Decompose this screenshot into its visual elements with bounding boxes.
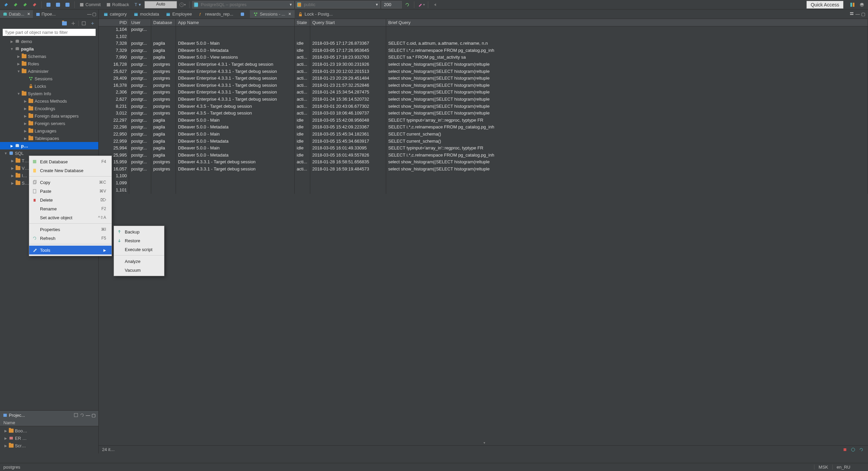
connect2-icon[interactable] — [21, 1, 29, 9]
table-row[interactable]: 1,104postgr... — [99, 26, 868, 34]
editor-tab[interactable]: frewards_rep... — [195, 10, 237, 18]
menu-refresh[interactable]: Refresh F5 — [29, 234, 112, 243]
rows-limit-input[interactable] — [381, 1, 402, 8]
refresh-projects-icon[interactable] — [80, 413, 84, 418]
table-row[interactable]: 25,994postgr...pagilaDBeaver 5.0.0 - Mai… — [99, 145, 868, 152]
project-er[interactable]: ▶ER … — [0, 434, 98, 442]
sql-editor-icon[interactable] — [44, 1, 53, 9]
schema-combo[interactable]: public ▼ — [295, 1, 380, 8]
col-user[interactable]: User — [129, 19, 151, 26]
table-row[interactable]: 3,012postgr...postgresDBeaver 4.3.5 - Ta… — [99, 110, 868, 117]
menu-create-database[interactable]: Create New Database — [29, 166, 112, 175]
tree-item-pagila[interactable]: ▼pagila — [0, 45, 98, 53]
minimize2-icon[interactable]: — — [86, 413, 90, 418]
submenu-backup[interactable]: Backup — [114, 227, 164, 236]
table-row[interactable]: 16,728postgr...postgresDBeaver Enterpris… — [99, 61, 868, 68]
tree-item-sessions[interactable]: Sessions — [0, 75, 98, 82]
table-row[interactable]: 22,298postgr...pagilaDBeaver 5.0.0 - Met… — [99, 124, 868, 131]
submenu-analyze[interactable]: Analyze — [114, 257, 164, 266]
project-bookmarks[interactable]: ▶Boo… — [0, 427, 98, 434]
table-row[interactable]: 1,102 — [99, 34, 868, 41]
editor-tab[interactable]: mockdata — [130, 10, 162, 18]
table-row[interactable]: 7,329postgr...pagilaDBeaver 5.0.0 - Meta… — [99, 47, 868, 55]
submenu-restore[interactable]: Restore — [114, 236, 164, 245]
project-scripts[interactable]: ▶Scr… — [0, 442, 98, 449]
col-state[interactable]: State — [295, 19, 310, 26]
tree-item-access-methods[interactable]: ▶Access Methods — [0, 97, 98, 105]
table-row[interactable]: 16,057postgr...postgresDBeaver 4.3.3.1 -… — [99, 166, 868, 173]
menu-edit-database[interactable]: Edit Database F4 — [29, 157, 112, 166]
maximize2-icon[interactable]: ▢ — [92, 413, 96, 418]
tree-item-foreign-servers[interactable]: ▶Foreign servers — [0, 120, 98, 127]
database-navigator-tab[interactable]: Datab... ✕ — [0, 10, 33, 18]
disconnect-icon[interactable] — [31, 1, 39, 9]
table-row[interactable]: 22,959postgr...pagilaDBeaver 5.0.0 - Met… — [99, 138, 868, 145]
col-pid[interactable]: PID — [99, 19, 129, 26]
table-row[interactable]: 25,627postgr...postgresDBeaver Enterpris… — [99, 68, 868, 76]
minimize-icon[interactable]: — — [87, 12, 92, 17]
editor-tab[interactable]: category — [100, 10, 130, 18]
menu-properties[interactable]: Properties ⌘I — [29, 225, 112, 234]
editor-tab[interactable]: Employee — [162, 10, 195, 18]
tree-item-locks[interactable]: Locks — [0, 82, 98, 90]
tab-list-icon[interactable] — [849, 12, 854, 17]
col-app[interactable]: App Name — [176, 19, 295, 26]
col-query[interactable]: Brief Query — [386, 19, 868, 26]
back-icon[interactable] — [431, 1, 439, 9]
commit-button[interactable]: Commit — [77, 1, 103, 9]
refresh-grid-icon[interactable] — [858, 447, 865, 453]
table-row[interactable]: 29,409postgr...postgresDBeaver Enterpris… — [99, 75, 868, 82]
tree-item-tablespaces[interactable]: ▶Tablespaces — [0, 135, 98, 142]
auto-commit-button[interactable]: Auto — [144, 1, 177, 8]
table-row[interactable]: 25,995postgr...pagilaDBeaver 5.0.0 - Met… — [99, 152, 868, 159]
submenu-vacuum[interactable]: Vacuum — [114, 266, 164, 274]
table-row[interactable]: 1,099 — [99, 180, 868, 187]
menu-set-active[interactable]: Set active object ^⇧A — [29, 213, 112, 222]
grid-body[interactable]: 1,104postgr...1,1027,328postgr...pagilaD… — [99, 26, 868, 445]
table-row[interactable]: 2,627postgr...postgresDBeaver Enterprise… — [99, 96, 868, 103]
status-timezone[interactable]: MSK — [814, 465, 832, 470]
menu-copy[interactable]: Copy ⌘C — [29, 178, 112, 187]
minimize-icon[interactable]: — — [855, 12, 860, 17]
editor-tab[interactable]: Lock - Postg... — [295, 10, 336, 18]
close-icon[interactable]: ✕ — [288, 12, 291, 16]
table-row[interactable]: 7,328postgr...pagilaDBeaver 5.0.0 - Main… — [99, 40, 868, 47]
brush-icon[interactable]: ▾ — [417, 1, 425, 9]
table-row[interactable]: 22,297postgr...pagilaDBeaver 5.0.0 - Mai… — [99, 117, 868, 124]
tree-item-system-info[interactable]: ▼System Info — [0, 90, 98, 97]
menu-delete[interactable]: Delete ⌦ — [29, 196, 112, 204]
tree-item-schemas[interactable]: ▶Schemas — [0, 53, 98, 60]
connect-icon[interactable] — [12, 1, 20, 9]
sql-editor2-icon[interactable] — [54, 1, 62, 9]
tree-item-languages[interactable]: ▶Languages — [0, 127, 98, 135]
table-row[interactable]: 1,100 — [99, 173, 868, 180]
tree-filter-input[interactable] — [3, 29, 96, 36]
table-row[interactable]: 8,231postgr...postgresDBeaver 4.3.5 - Ta… — [99, 103, 868, 110]
table-row[interactable]: 16,378postgr...postgresDBeaver Enterpris… — [99, 82, 868, 89]
maximize-icon[interactable]: ▢ — [861, 12, 865, 17]
refresh-icon[interactable] — [403, 1, 411, 9]
tree-item-demo[interactable]: ▶demo — [0, 38, 98, 45]
maximize-icon[interactable]: ▢ — [92, 12, 96, 17]
editor-tab[interactable]: Sessions - ...✕ — [250, 10, 295, 18]
quick-access-button[interactable]: Quick Access — [806, 1, 844, 9]
editor-tab[interactable] — [237, 11, 250, 18]
menu-paste[interactable]: Paste ⌘V — [29, 187, 112, 196]
tree-item-postgres-selected[interactable]: ▶p… — [0, 142, 98, 149]
tree-item-encodings[interactable]: ▶Encodings — [0, 105, 98, 112]
tx-mode-btn[interactable]: T▾ — [133, 1, 143, 9]
submenu-execute[interactable]: Execute script — [114, 245, 164, 254]
table-row[interactable]: 7,990postgr...pagilaDBeaver 5.0.0 - View… — [99, 54, 868, 61]
col-qstart[interactable]: Query Start — [310, 19, 386, 26]
history-icon[interactable]: ▾ — [178, 1, 186, 9]
table-row[interactable]: 2,306postgr...postgresDBeaver Enterprise… — [99, 89, 868, 96]
col-db[interactable]: Database — [151, 19, 176, 26]
perspective-icon[interactable] — [848, 1, 856, 9]
table-row[interactable]: 15,959postgr...postgresDBeaver 4.3.3.1 -… — [99, 159, 868, 166]
sql-editor3-icon[interactable] — [63, 1, 72, 9]
link-editor-icon[interactable] — [70, 20, 77, 27]
dbeaver-perspective-icon[interactable] — [858, 1, 866, 9]
expand-icon[interactable] — [89, 20, 96, 27]
stop-icon[interactable] — [842, 447, 848, 453]
tree-item-roles[interactable]: ▶Roles — [0, 60, 98, 67]
